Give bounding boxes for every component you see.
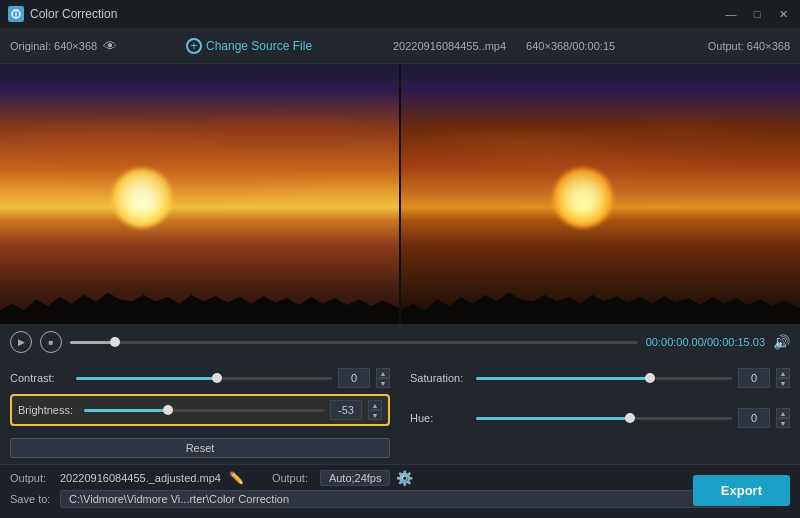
saturation-down[interactable]: ▼ (776, 378, 790, 388)
saturation-up[interactable]: ▲ (776, 368, 790, 378)
clouds-overlay (0, 103, 399, 246)
original-label: Original: 640×368 (10, 40, 97, 52)
brightness-highlight-box: Brightness: -53 ▲ ▼ (10, 394, 390, 426)
video-area (0, 64, 800, 324)
saturation-slider[interactable] (476, 377, 732, 380)
brightness-row: Brightness: -53 ▲ ▼ (18, 400, 382, 420)
reset-button[interactable]: Reset (10, 438, 390, 458)
contrast-up[interactable]: ▲ (376, 368, 390, 378)
brightness-label: Brightness: (18, 404, 78, 416)
progress-fill (70, 341, 115, 344)
output-info: Output: 640×368 (690, 40, 790, 52)
export-button[interactable]: Export (693, 475, 790, 506)
close-button[interactable]: ✕ (774, 5, 792, 23)
brightness-down[interactable]: ▼ (368, 410, 382, 420)
brightness-up[interactable]: ▲ (368, 400, 382, 410)
saturation-thumb[interactable] (645, 373, 655, 383)
plus-circle-icon: + (186, 38, 202, 54)
save-path-text: C:\Vidmore\Vidmore Vi...rter\Color Corre… (69, 493, 289, 505)
window-controls: — □ ✕ (722, 5, 792, 23)
brightness-spinners[interactable]: ▲ ▼ (368, 400, 382, 420)
progress-track[interactable] (70, 341, 638, 344)
output-row: Output: 20220916084455._adjusted.mp4 ✏️ … (10, 470, 790, 486)
file-info: 640×368/00:00:15 (526, 40, 615, 52)
hue-label: Hue: (410, 412, 470, 424)
contrast-thumb[interactable] (212, 373, 222, 383)
brightness-fill (84, 409, 168, 412)
brightness-value: -53 (330, 400, 362, 420)
hue-thumb[interactable] (625, 413, 635, 423)
output-label: Output: (10, 472, 52, 484)
contrast-row: Contrast: 0 ▲ ▼ (10, 368, 390, 388)
output-settings: Output: Auto;24fps ⚙️ (272, 470, 414, 486)
output-video-panel (401, 64, 800, 324)
maximize-button[interactable]: □ (748, 5, 766, 23)
change-source-label: Change Source File (206, 39, 312, 53)
time-display: 00:00:00.00/00:00:15.03 (646, 336, 765, 348)
save-to-row: Save to: C:\Vidmore\Vidmore Vi...rter\Co… (10, 490, 790, 508)
window-title: Color Correction (30, 7, 722, 21)
stop-button[interactable]: ■ (40, 331, 62, 353)
saturation-label: Saturation: (410, 372, 470, 384)
original-video-panel (0, 64, 399, 324)
clouds-overlay-right (401, 103, 800, 246)
contrast-fill (76, 377, 217, 380)
brightness-thumb[interactable] (163, 405, 173, 415)
output-settings-value: Auto;24fps (320, 470, 391, 486)
progress-thumb[interactable] (110, 337, 120, 347)
controls-area: Contrast: 0 ▲ ▼ Brightness: (0, 360, 800, 464)
change-source-button[interactable]: + Change Source File (180, 35, 318, 57)
hue-slider[interactable] (476, 417, 732, 420)
contrast-down[interactable]: ▼ (376, 378, 390, 388)
saturation-spinners[interactable]: ▲ ▼ (776, 368, 790, 388)
bottom-bar: Output: 20220916084455._adjusted.mp4 ✏️ … (0, 464, 800, 513)
save-path-box[interactable]: C:\Vidmore\Vidmore Vi...rter\Color Corre… (60, 490, 761, 508)
saturation-row: Saturation: 0 ▲ ▼ (410, 368, 790, 388)
settings-gear-icon[interactable]: ⚙️ (396, 470, 413, 486)
title-bar: Color Correction — □ ✕ (0, 0, 800, 28)
contrast-label: Contrast: (10, 372, 70, 384)
hue-row: Hue: 0 ▲ ▼ (410, 408, 790, 428)
file-name: 20220916084455..mp4 (393, 40, 506, 52)
save-to-label: Save to: (10, 493, 52, 505)
original-info: Original: 640×368 👁 (10, 38, 170, 54)
minimize-button[interactable]: — (722, 5, 740, 23)
output-video-frame (401, 64, 800, 324)
hue-up[interactable]: ▲ (776, 408, 790, 418)
output-settings-label: Output: (272, 472, 314, 484)
hue-fill (476, 417, 630, 420)
contrast-slider[interactable] (76, 377, 332, 380)
edit-output-icon[interactable]: ✏️ (229, 471, 244, 485)
hue-down[interactable]: ▼ (776, 418, 790, 428)
contrast-value: 0 (338, 368, 370, 388)
saturation-value: 0 (738, 368, 770, 388)
trees-silhouette-right (401, 279, 800, 324)
volume-icon[interactable]: 🔊 (773, 334, 790, 350)
output-file: 20220916084455._adjusted.mp4 (60, 472, 221, 484)
hue-value: 0 (738, 408, 770, 428)
trees-silhouette (0, 279, 399, 324)
toolbar-center: 20220916084455..mp4 640×368/00:00:15 (328, 40, 680, 52)
contrast-spinners[interactable]: ▲ ▼ (376, 368, 390, 388)
brightness-slider[interactable] (84, 409, 324, 412)
app-icon (8, 6, 24, 22)
original-video-frame (0, 64, 399, 324)
playback-bar: ▶ ■ 00:00:00.00/00:00:15.03 🔊 (0, 324, 800, 360)
toolbar: Original: 640×368 👁 + Change Source File… (0, 28, 800, 64)
play-button[interactable]: ▶ (10, 331, 32, 353)
preview-eye-icon[interactable]: 👁 (103, 38, 117, 54)
saturation-fill (476, 377, 650, 380)
hue-spinners[interactable]: ▲ ▼ (776, 408, 790, 428)
